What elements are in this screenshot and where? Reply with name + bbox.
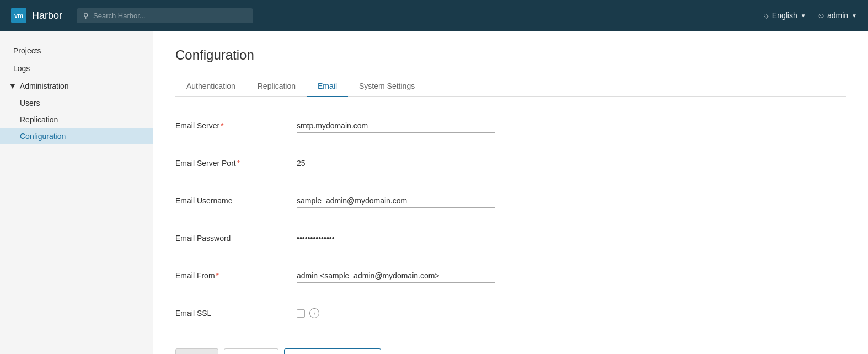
page-title: Configuration <box>175 47 846 63</box>
configuration-tabs: Authentication Replication Email System … <box>175 76 846 97</box>
search-input[interactable] <box>93 12 247 20</box>
user-chevron-icon: ▼ <box>851 13 857 19</box>
email-server-input[interactable] <box>297 119 495 133</box>
email-from-input-wrap <box>297 269 495 283</box>
top-navigation: vm Harbor ⚲ ☼ English ▼ ☺ admin ▼ <box>0 0 868 31</box>
sidebar-item-administration[interactable]: ▼ Administration <box>0 77 153 95</box>
user-menu[interactable]: ☺ admin ▼ <box>817 11 857 20</box>
search-bar[interactable]: ⚲ <box>77 8 253 23</box>
required-indicator-port: * <box>237 159 240 168</box>
app-logo: vm Harbor <box>11 8 62 23</box>
required-indicator-from: * <box>216 271 219 280</box>
email-from-input[interactable] <box>297 269 495 283</box>
email-ssl-row: Email SSL i <box>175 300 672 326</box>
sidebar-item-replication[interactable]: Replication <box>0 111 153 128</box>
sidebar-item-projects[interactable]: Projects <box>0 42 153 60</box>
email-server-port-input[interactable] <box>297 157 495 170</box>
email-server-port-row: Email Server Port* <box>175 150 672 176</box>
email-username-row: Email Username <box>175 187 672 214</box>
email-password-input[interactable] <box>297 232 495 245</box>
save-button[interactable]: SAVE <box>175 348 218 354</box>
email-server-port-label: Email Server Port* <box>175 159 297 168</box>
email-password-label: Email Password <box>175 234 297 243</box>
email-ssl-checkbox[interactable] <box>297 309 305 318</box>
email-username-input[interactable] <box>297 194 495 208</box>
email-username-input-wrap <box>297 194 495 208</box>
cancel-button[interactable]: CANCEL <box>224 348 278 354</box>
vm-icon: vm <box>11 8 26 23</box>
tab-replication[interactable]: Replication <box>247 76 307 97</box>
email-from-row: Email From* <box>175 262 672 289</box>
email-form: Email Server* Email Server Port* Email U… <box>175 112 672 354</box>
topnav-right: ☼ English ▼ ☺ admin ▼ <box>763 11 857 20</box>
info-icon[interactable]: i <box>309 308 319 318</box>
email-server-port-input-wrap <box>297 157 495 170</box>
sidebar-item-users[interactable]: Users <box>0 95 153 111</box>
globe-icon: ☼ <box>763 11 770 20</box>
app-name: Harbor <box>32 10 62 22</box>
tab-email[interactable]: Email <box>307 76 348 97</box>
chevron-down-icon: ▼ <box>9 82 17 90</box>
test-mail-server-button[interactable]: TEST MAIL SERVER <box>284 348 381 354</box>
email-password-input-wrap <box>297 232 495 245</box>
tab-authentication[interactable]: Authentication <box>175 76 247 97</box>
sidebar-item-logs[interactable]: Logs <box>0 60 153 77</box>
email-ssl-input-wrap: i <box>297 308 319 318</box>
main-layout: Projects Logs ▼ Administration Users Rep… <box>0 31 868 354</box>
language-selector[interactable]: ☼ English ▼ <box>763 11 806 20</box>
language-label: English <box>772 11 797 20</box>
email-server-row: Email Server* <box>175 112 672 139</box>
email-from-label: Email From* <box>175 271 297 280</box>
email-password-row: Email Password <box>175 225 672 251</box>
main-content: Configuration Authentication Replication… <box>153 31 868 354</box>
email-ssl-label: Email SSL <box>175 309 297 318</box>
form-actions: SAVE CANCEL TEST MAIL SERVER <box>175 348 672 354</box>
language-chevron-icon: ▼ <box>801 13 806 19</box>
sidebar-item-configuration[interactable]: Configuration <box>0 128 153 144</box>
tab-system-settings[interactable]: System Settings <box>348 76 426 97</box>
user-icon: ☺ <box>817 11 825 20</box>
required-indicator: * <box>221 121 223 130</box>
email-server-label: Email Server* <box>175 121 297 130</box>
sidebar: Projects Logs ▼ Administration Users Rep… <box>0 31 153 354</box>
email-username-label: Email Username <box>175 196 297 205</box>
search-icon: ⚲ <box>83 12 89 20</box>
email-server-input-wrap <box>297 119 495 133</box>
user-label: admin <box>827 11 848 20</box>
